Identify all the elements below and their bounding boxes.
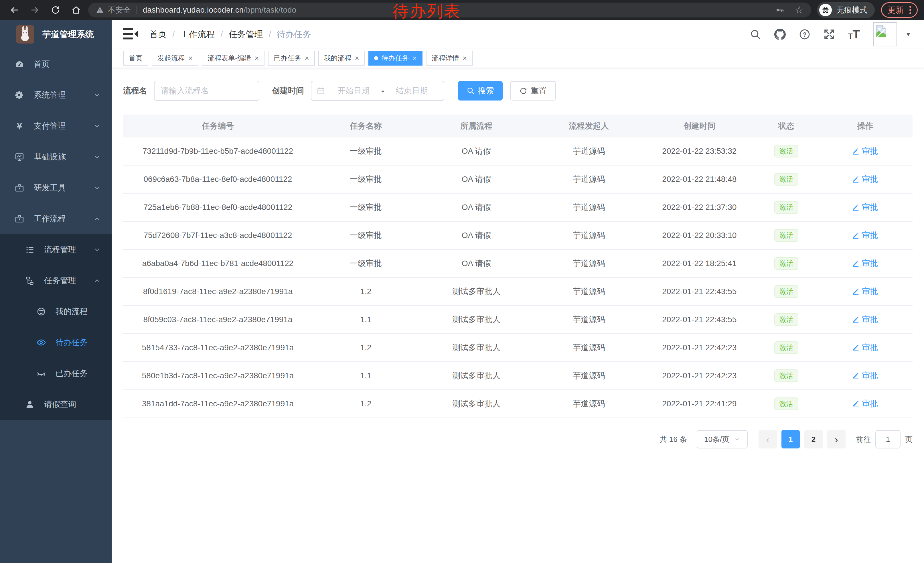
sidebar-item-infrastructure[interactable]: 基础设施 [0, 141, 112, 173]
tab-initiate-process[interactable]: 发起流程 × [152, 51, 198, 66]
search-icon[interactable] [750, 29, 761, 40]
app-logo [16, 25, 34, 44]
start-date-placeholder[interactable]: 开始日期 [327, 86, 380, 96]
approve-link[interactable]: 审批 [852, 230, 878, 241]
tab-todo-tasks[interactable]: 待办任务 × [368, 51, 423, 66]
bookmark-star-icon[interactable]: ☆ [795, 5, 804, 15]
tab-my-process[interactable]: 我的流程 × [318, 51, 365, 66]
sidebar-item-system-management[interactable]: 系统管理 [0, 80, 112, 111]
sidebar-item-leave-query[interactable]: 请假查询 [0, 389, 112, 420]
todo-task-table: 任务编号 任务名称 所属流程 流程发起人 创建时间 状态 操作 73211d9d… [123, 114, 912, 418]
main-content: 首页 / 工作流程 / 任务管理 / 待办任务 ? [112, 20, 924, 563]
column-header-actions: 操作 [818, 120, 912, 131]
breadcrumb-separator: / [172, 30, 175, 39]
tab-process-detail[interactable]: 流程详情 × [426, 51, 472, 66]
close-icon[interactable]: × [255, 54, 259, 62]
column-header-task-name: 任务名称 [313, 120, 419, 131]
prev-page-button[interactable]: ‹ [759, 430, 777, 449]
sidebar-item-dev-tools[interactable]: 研发工具 [0, 173, 112, 203]
search-button[interactable]: 搜索 [458, 81, 502, 101]
browser-forward-icon[interactable] [30, 5, 40, 15]
cell-task-id: a6aba0a4-7b6d-11ec-b781-acde48001122 [123, 259, 313, 268]
reset-button[interactable]: 重置 [510, 81, 556, 101]
goto-page-input[interactable] [875, 430, 900, 449]
cell-task-id: 8f0d1619-7ac8-11ec-a9e2-a2380e71991a [123, 287, 313, 296]
sidebar-item-done-tasks[interactable]: 已办任务 [0, 358, 112, 389]
sidebar-item-todo-tasks[interactable]: 待办任务 [0, 327, 112, 358]
column-header-process: 所属流程 [419, 120, 534, 131]
browser-update-button[interactable]: 更新 [881, 2, 918, 18]
page-button-2[interactable]: 2 [804, 430, 823, 449]
key-icon[interactable] [775, 6, 784, 15]
close-icon[interactable]: × [412, 54, 417, 62]
status-badge: 激活 [774, 341, 798, 354]
column-header-status: 状态 [754, 120, 818, 131]
approve-link[interactable]: 审批 [852, 342, 878, 353]
sidebar-item-workflow[interactable]: 工作流程 [0, 203, 112, 234]
help-icon[interactable]: ? [799, 29, 810, 40]
page-button-1[interactable]: 1 [782, 430, 800, 449]
status-badge: 激活 [774, 173, 798, 186]
cell-initiator: 芋道源码 [534, 202, 644, 213]
sidebar-item-process-management[interactable]: 流程管理 [0, 234, 112, 265]
approve-link[interactable]: 审批 [852, 398, 878, 409]
page-unit-label: 页 [905, 434, 912, 444]
sidebar-item-task-management[interactable]: 任务管理 [0, 265, 112, 296]
breadcrumb-item-task-management[interactable]: 任务管理 [229, 29, 263, 41]
browser-menu-icon[interactable] [909, 6, 911, 14]
approve-link[interactable]: 审批 [852, 174, 878, 185]
caret-down-icon[interactable]: ▼ [905, 31, 911, 38]
date-range-picker[interactable]: 开始日期 - 结束日期 [311, 81, 444, 101]
navbar-actions: ? TT ▼ [750, 23, 911, 47]
approve-link[interactable]: 审批 [852, 146, 878, 157]
tab-done-tasks[interactable]: 已办任务 × [268, 51, 315, 66]
browser-back-icon[interactable] [9, 5, 20, 15]
cell-task-id: 73211d9d-7b9b-11ec-b5b7-acde48001122 [123, 147, 313, 156]
cell-process: 测试多审批人 [419, 314, 534, 325]
process-name-input[interactable] [154, 81, 260, 101]
cell-initiator: 芋道源码 [534, 174, 644, 185]
github-icon[interactable] [774, 29, 786, 40]
chevron-down-icon [93, 153, 101, 161]
table-row: a6aba0a4-7b6d-11ec-b781-acde48001122 一级审… [123, 250, 912, 278]
filter-form: 流程名 创建时间 开始日期 - 结束日期 搜索 重置 [123, 81, 912, 101]
sidebar-fold-icon[interactable] [123, 27, 139, 42]
approve-link[interactable]: 审批 [852, 258, 878, 269]
cell-task-id: 580e1b3d-7ac8-11ec-a9e2-a2380e71991a [123, 371, 313, 380]
breadcrumb-item-home[interactable]: 首页 [149, 29, 166, 41]
cell-task-name: 1.2 [313, 343, 419, 352]
tab-process-form-edit[interactable]: 流程表单-编辑 × [202, 51, 264, 66]
cell-task-name: 1.1 [313, 371, 419, 380]
close-icon[interactable]: × [304, 54, 309, 62]
browser-home-icon[interactable] [71, 5, 81, 15]
breadcrumb-item-workflow[interactable]: 工作流程 [180, 29, 214, 41]
breadcrumb-item-current: 待办任务 [277, 29, 311, 41]
incognito-icon [819, 4, 832, 17]
cell-task-id: 069c6a63-7b8a-11ec-8ef0-acde48001122 [123, 175, 313, 184]
page-size-select[interactable]: 10条/页 [697, 430, 748, 449]
end-date-placeholder[interactable]: 结束日期 [385, 86, 438, 96]
close-icon[interactable]: × [463, 54, 467, 62]
close-icon[interactable]: × [188, 54, 193, 62]
next-page-button[interactable]: › [827, 430, 846, 449]
fullscreen-icon[interactable] [824, 29, 835, 40]
app-logo-row[interactable]: 芋道管理系统 [0, 20, 112, 49]
browser-reload-icon[interactable] [50, 5, 61, 15]
create-time-label: 创建时间 [272, 86, 304, 96]
approve-link[interactable]: 审批 [852, 202, 878, 213]
cell-task-id: 725a1eb6-7b88-11ec-8ef0-acde48001122 [123, 203, 313, 212]
sidebar-item-my-process[interactable]: 我的流程 [0, 296, 112, 327]
cell-create-time: 2022-01-22 18:25:41 [644, 259, 754, 268]
approve-link[interactable]: 审批 [852, 314, 878, 325]
font-size-icon[interactable]: TT [848, 29, 860, 40]
approve-link[interactable]: 审批 [852, 286, 878, 297]
date-range-separator: - [380, 86, 385, 95]
close-icon[interactable]: × [355, 54, 359, 62]
active-dot [374, 56, 378, 60]
approve-link[interactable]: 审批 [852, 370, 878, 381]
sidebar-item-home[interactable]: 首页 [0, 49, 112, 80]
avatar[interactable] [873, 23, 897, 47]
person-face-icon [36, 307, 47, 317]
sidebar-item-payment-management[interactable]: ¥ 支付管理 [0, 111, 112, 141]
tab-home[interactable]: 首页 [123, 51, 148, 66]
